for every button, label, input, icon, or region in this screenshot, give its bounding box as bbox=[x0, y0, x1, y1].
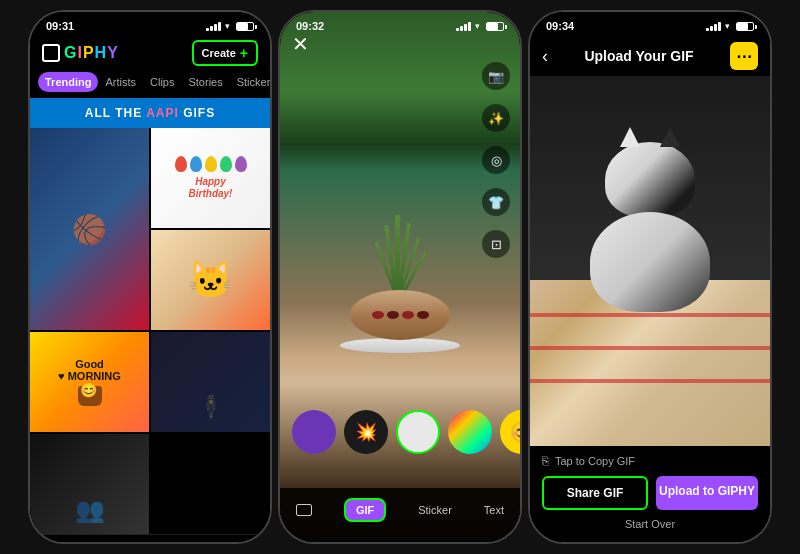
gif-dark1[interactable]: 🕴 bbox=[151, 332, 270, 432]
signal-icon-3 bbox=[706, 21, 721, 31]
gif-birthday[interactable]: HappyBirthday! bbox=[151, 128, 270, 228]
more-options-button[interactable]: ⋯ bbox=[730, 42, 758, 70]
status-icons-2: ▾ bbox=[456, 21, 504, 31]
blanket-stripe-2 bbox=[530, 346, 770, 350]
cat-head bbox=[605, 142, 695, 217]
copy-icon: ⎘ bbox=[542, 454, 549, 468]
cat-gif-preview bbox=[530, 76, 770, 446]
status-time-1: 09:31 bbox=[46, 20, 74, 32]
dark-scene-2: 👥 bbox=[30, 434, 149, 534]
status-bar-2: 09:32 ▾ bbox=[280, 12, 520, 36]
plant-spikes bbox=[384, 215, 416, 295]
birthday-text: HappyBirthday! bbox=[189, 176, 233, 200]
basketball-image: 🏀 bbox=[30, 128, 149, 330]
filter-tool[interactable]: ◎ bbox=[482, 146, 510, 174]
goodmorning-content: Good♥ MORNING bbox=[30, 332, 149, 432]
phone-3: 09:34 ▾ bbox=[528, 10, 772, 544]
upload-title: Upload Your GIF bbox=[558, 48, 720, 64]
status-time-2: 09:32 bbox=[296, 20, 324, 32]
phone-1: 09:31 ▾ bbox=[28, 10, 272, 544]
cat-image: 🐱 bbox=[151, 230, 270, 330]
gif-dark2[interactable]: 👥 bbox=[30, 434, 149, 534]
rocks bbox=[372, 311, 429, 319]
gif-grid: 🏀 bbox=[30, 128, 270, 534]
cat-ear-right bbox=[660, 127, 680, 147]
tab-trending[interactable]: Trending bbox=[38, 72, 98, 92]
sticker-tray: 💥 😊 bbox=[280, 402, 520, 462]
giphy-logo: GIPHY bbox=[42, 44, 119, 62]
mug-icon bbox=[78, 386, 102, 406]
phone-2: 09:32 ▾ bbox=[278, 10, 522, 544]
blanket-stripe-1 bbox=[530, 313, 770, 317]
effects-tool[interactable]: ✨ bbox=[482, 104, 510, 132]
status-time-3: 09:34 bbox=[546, 20, 574, 32]
battery-icon-2 bbox=[486, 22, 504, 31]
gif-mode-btn[interactable]: GIF bbox=[344, 498, 386, 522]
focus-tool[interactable]: ⊡ bbox=[482, 230, 510, 258]
sticker-smiley[interactable]: 😊 bbox=[500, 410, 520, 454]
tab-artists[interactable]: Artists bbox=[98, 72, 143, 92]
tab-sticker[interactable]: Sticker bbox=[230, 72, 270, 92]
create-button[interactable]: Create + bbox=[192, 40, 258, 66]
more-dots-icon: ⋯ bbox=[736, 47, 752, 66]
share-gif-button[interactable]: Share GIF bbox=[542, 476, 648, 510]
text-label: Text bbox=[484, 504, 504, 516]
banner-text: ALL THE AAPI GIFS bbox=[42, 106, 258, 120]
upload-bottom: ⎘ Tap to Copy GIF Share GIF Upload to GI… bbox=[530, 446, 770, 542]
tap-to-copy-text: Tap to Copy GIF bbox=[555, 455, 635, 467]
status-bar-1: 09:31 ▾ bbox=[30, 12, 270, 36]
signal-icon bbox=[206, 21, 221, 31]
sticker-rainbow[interactable] bbox=[448, 410, 492, 454]
start-over-link[interactable]: Start Over bbox=[542, 518, 758, 530]
close-button[interactable]: ✕ bbox=[292, 32, 309, 56]
upload-header: ‹ Upload Your GIF ⋯ bbox=[530, 36, 770, 76]
goodmorning-text: Good♥ MORNING bbox=[58, 358, 121, 382]
sticker-purple[interactable] bbox=[292, 410, 336, 454]
plate bbox=[340, 338, 460, 353]
action-buttons: Share GIF Upload to GIPHY bbox=[542, 476, 758, 510]
battery-icon-3 bbox=[736, 22, 754, 31]
status-icons-1: ▾ bbox=[206, 21, 254, 31]
camera-tools: 📷 ✨ ◎ 👕 ⊡ bbox=[482, 62, 510, 258]
close-icon: ✕ bbox=[292, 33, 309, 55]
cat-body bbox=[590, 212, 710, 312]
tshirt-tool[interactable]: 👕 bbox=[482, 188, 510, 216]
sticker-explosion[interactable]: 💥 bbox=[344, 410, 388, 454]
wifi-icon-3: ▾ bbox=[725, 21, 730, 31]
sticker-label: Sticker bbox=[418, 504, 452, 516]
crowd-icon: 👥 bbox=[75, 496, 105, 524]
blanket-stripe-3 bbox=[530, 379, 770, 383]
sticker-mode-btn[interactable]: Sticker bbox=[418, 504, 452, 516]
cat-image bbox=[570, 132, 730, 312]
back-button[interactable]: ‹ bbox=[542, 46, 548, 67]
status-icons-3: ▾ bbox=[706, 21, 754, 31]
cat-ear-left bbox=[620, 127, 640, 147]
bowl bbox=[350, 290, 450, 340]
camera-bottom-toolbar: GIF Sticker Text bbox=[280, 488, 520, 542]
create-plus-icon: + bbox=[240, 45, 248, 61]
logo-text: GIPHY bbox=[64, 44, 119, 62]
tab-stories[interactable]: Stories bbox=[181, 72, 229, 92]
gif-cat[interactable]: 🐱 bbox=[151, 230, 270, 330]
cat-face-icon: 🐱 bbox=[188, 259, 233, 301]
tab-clips[interactable]: Clips bbox=[143, 72, 181, 92]
camera-flip-tool[interactable]: 📷 bbox=[482, 62, 510, 90]
person-icon: 🕴 bbox=[196, 394, 226, 422]
wifi-icon: ▾ bbox=[225, 21, 230, 31]
text-mode-btn[interactable]: Text bbox=[484, 504, 504, 516]
battery-icon bbox=[236, 22, 254, 31]
create-label: Create bbox=[202, 47, 236, 59]
sticker-white-selected[interactable] bbox=[396, 410, 440, 454]
gif-basketball[interactable]: 🏀 bbox=[30, 128, 149, 330]
status-bar-3: 09:34 ▾ bbox=[530, 12, 770, 36]
gif-goodmorning[interactable]: Good♥ MORNING bbox=[30, 332, 149, 432]
photo-mode-btn[interactable] bbox=[296, 504, 312, 516]
bottom-nav: ⌂ ⊕ ☺ bbox=[30, 534, 270, 542]
upload-giphy-button[interactable]: Upload to GIPHY bbox=[656, 476, 758, 510]
aapi-banner: ALL THE AAPI GIFS bbox=[30, 98, 270, 128]
terrarium-image bbox=[340, 215, 460, 353]
gif-label: GIF bbox=[356, 504, 374, 516]
tap-to-copy-row: ⎘ Tap to Copy GIF bbox=[542, 454, 758, 468]
logo-bracket bbox=[42, 44, 60, 62]
signal-icon-2 bbox=[456, 21, 471, 31]
